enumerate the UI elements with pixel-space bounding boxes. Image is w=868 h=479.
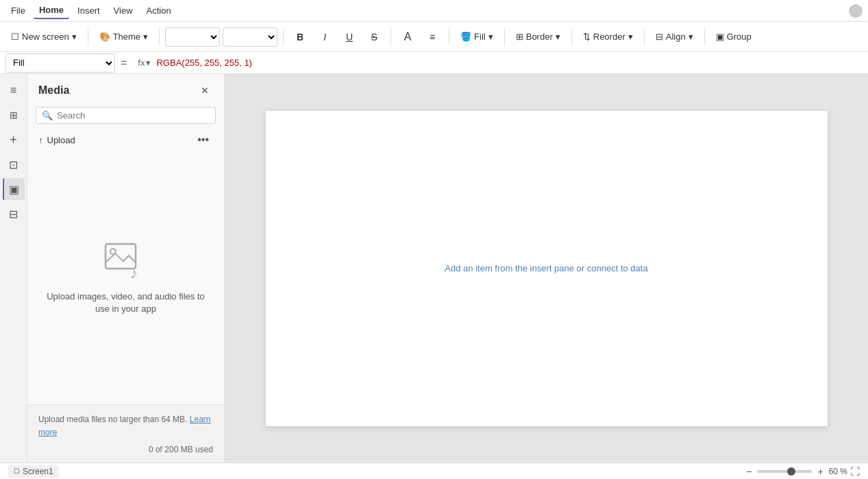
menu-action[interactable]: Action <box>141 3 177 19</box>
sidebar-icon-variables[interactable]: ⊟ <box>3 203 25 225</box>
align-button[interactable]: ⊟ Align ▾ <box>650 26 699 48</box>
border-button[interactable]: ⊞ Border ▾ <box>510 26 566 48</box>
media-footer-description: Upload media files no larger than 64 MB.… <box>38 413 213 439</box>
font-color-button[interactable]: A <box>397 26 419 48</box>
sidebar-icon-add[interactable]: + <box>3 129 25 151</box>
zoom-in-button[interactable]: + <box>815 466 826 477</box>
screen-tab-checkbox: ☐ <box>14 467 20 475</box>
separator-6 <box>504 29 505 45</box>
connect-data-link[interactable]: connect to data <box>587 263 648 273</box>
screen-tab[interactable]: ☐ Screen1 <box>8 465 59 478</box>
new-screen-button[interactable]: ☐ New screen ▾ <box>5 26 82 48</box>
border-icon: ⊞ <box>516 32 523 42</box>
theme-icon: 🎨 <box>99 32 110 42</box>
theme-button[interactable]: 🎨 Theme ▾ <box>94 26 153 48</box>
border-chevron-icon: ▾ <box>556 32 560 42</box>
reorder-button[interactable]: ⇅ Reorder ▾ <box>578 26 638 48</box>
separator-8 <box>644 29 645 45</box>
separator-4 <box>390 29 391 45</box>
formula-property-select[interactable]: Fill <box>5 53 115 73</box>
font-size-select[interactable] <box>223 27 277 47</box>
align-label: Align <box>666 32 686 42</box>
italic-button[interactable]: I <box>314 26 336 48</box>
new-screen-label: New screen <box>22 32 69 42</box>
fill-label: Fill <box>474 32 486 42</box>
sidebar-icon-components[interactable]: ⊡ <box>3 153 25 175</box>
align-icon: ⊟ <box>656 32 663 42</box>
formula-bar: Fill = fx ▾ <box>0 52 868 74</box>
status-right: − + 60 % ⛶ <box>743 466 860 477</box>
zoom-slider[interactable] <box>757 470 812 473</box>
strikethrough-button[interactable]: S <box>363 26 385 48</box>
upload-label: Upload <box>47 135 75 145</box>
formula-input[interactable] <box>156 53 863 73</box>
sidebar-icons: ≡ ⊞ + ⊡ ▣ ⊟ <box>0 74 27 463</box>
separator-5 <box>449 29 449 45</box>
fullscreen-icon[interactable]: ⛶ <box>850 466 860 477</box>
bold-button[interactable]: B <box>289 26 311 48</box>
zoom-out-button[interactable]: − <box>743 466 754 477</box>
media-footer: Upload media files no larger than 64 MB.… <box>27 404 224 463</box>
formula-fx-button[interactable]: fx ▾ <box>132 58 156 68</box>
fill-chevron-icon: ▾ <box>488 32 493 42</box>
screen-tab-name: Screen1 <box>23 467 53 476</box>
upload-row: ↑ Upload ••• <box>27 130 224 150</box>
separator-9 <box>704 29 705 45</box>
group-icon: ▣ <box>716 32 724 42</box>
align-chevron-icon: ▾ <box>689 32 693 42</box>
canvas-frame: Add an item from the insert pane or conn… <box>266 111 828 426</box>
theme-label: Theme <box>113 32 140 42</box>
border-label: Border <box>526 32 553 42</box>
separator-1 <box>88 29 88 45</box>
media-storage-info: 0 of 200 MB used <box>38 445 213 454</box>
upload-button[interactable]: ↑ Upload <box>38 135 75 145</box>
fill-icon: 🪣 <box>460 32 471 42</box>
group-label: Group <box>727 32 752 42</box>
font-family-select[interactable] <box>165 27 220 47</box>
underline-button[interactable]: U <box>338 26 360 48</box>
media-panel-close-button[interactable]: ✕ <box>197 82 213 99</box>
media-panel-title: Media <box>38 84 69 97</box>
text-align-button[interactable]: ≡ <box>421 26 443 48</box>
search-icon: 🔍 <box>42 110 53 121</box>
menu-view[interactable]: View <box>108 3 138 19</box>
group-button[interactable]: ▣ Group <box>710 26 757 48</box>
main-layout: ≡ ⊞ + ⊡ ▣ ⊟ Media ✕ 🔍 ↑ Upload ••• <box>0 74 868 463</box>
search-input[interactable] <box>57 110 210 121</box>
theme-chevron-icon: ▾ <box>143 32 148 42</box>
media-panel-header: Media ✕ <box>27 74 224 104</box>
fill-button[interactable]: 🪣 Fill ▾ <box>455 26 499 48</box>
zoom-level-label: 60 % <box>829 467 847 476</box>
search-box: 🔍 <box>36 107 216 124</box>
user-avatar[interactable] <box>849 4 863 18</box>
menu-home[interactable]: Home <box>34 2 69 19</box>
canvas-area: Add an item from the insert pane or conn… <box>225 74 868 463</box>
sidebar-icon-media[interactable]: ▣ <box>3 178 25 200</box>
reorder-chevron-icon: ▾ <box>628 32 633 42</box>
new-screen-icon: ☐ <box>11 32 19 42</box>
media-empty-area: ♪ Upload images, video, and audio files … <box>27 150 224 404</box>
zoom-slider-thumb <box>787 467 795 476</box>
menu-file[interactable]: File <box>5 3 31 19</box>
media-panel: Media ✕ 🔍 ↑ Upload ••• <box>27 74 225 463</box>
upload-icon: ↑ <box>38 135 43 145</box>
media-empty-text: Upload images, video, and audio files to… <box>41 291 210 315</box>
separator-2 <box>159 29 160 45</box>
upload-more-button[interactable]: ••• <box>193 132 213 147</box>
media-placeholder-icon: ♪ <box>104 238 148 282</box>
reorder-icon: ⇅ <box>583 32 591 42</box>
status-bar: ☐ Screen1 − + 60 % ⛶ <box>0 463 868 479</box>
new-screen-chevron-icon: ▾ <box>72 32 77 42</box>
toolbar: ☐ New screen ▾ 🎨 Theme ▾ B I U S A ≡ 🪣 F… <box>0 22 868 52</box>
sidebar-icon-layers[interactable]: ⊞ <box>3 104 25 126</box>
separator-3 <box>283 29 284 45</box>
formula-equals-sign: = <box>115 57 132 69</box>
fx-chevron-icon: ▾ <box>146 58 151 68</box>
status-left: ☐ Screen1 <box>8 465 59 478</box>
svg-text:♪: ♪ <box>130 265 138 282</box>
menu-insert[interactable]: Insert <box>72 3 106 19</box>
sidebar-icon-menu[interactable]: ≡ <box>3 79 25 101</box>
reorder-label: Reorder <box>593 32 625 42</box>
separator-7 <box>571 29 572 45</box>
canvas-hint: Add an item from the insert pane or conn… <box>445 263 647 273</box>
